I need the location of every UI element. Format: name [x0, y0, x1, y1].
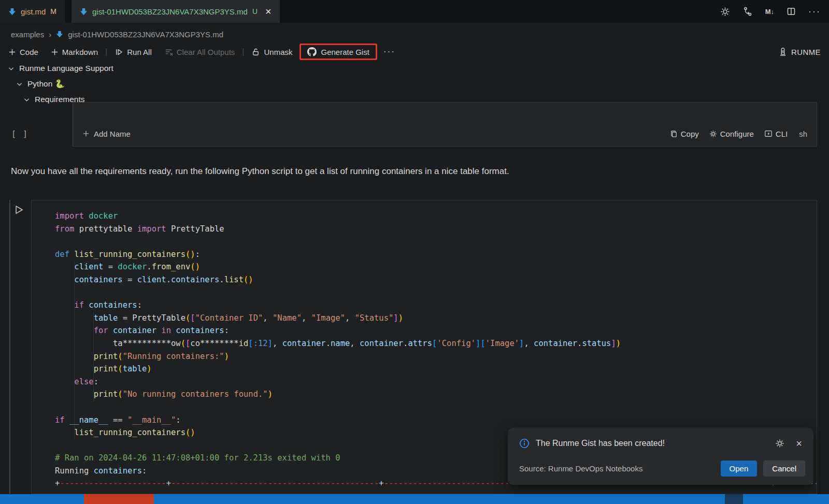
open-button[interactable]: Open: [721, 460, 757, 477]
run-all-label: Run All: [127, 48, 152, 56]
code-line: for container in containers:: [55, 324, 817, 337]
notebook-toolbar: Code Markdown | Run All Clear All Output…: [8, 42, 821, 61]
code-line: if containers:: [55, 299, 817, 312]
code-line: def list_running_containers():: [55, 248, 817, 261]
code-line: [55, 401, 817, 414]
configure-button[interactable]: Configure: [709, 129, 754, 138]
toolbar-more-icon[interactable]: ···: [383, 47, 395, 57]
status-strip-segment: [84, 494, 154, 504]
status-strip-segment: [154, 494, 725, 504]
breadcrumb-separator: ›: [49, 30, 51, 39]
run-all-icon: [115, 48, 123, 56]
tab-bar: gist.md M gist-01HWD053BZ23JN6VA7X3NGP3Y…: [0, 0, 829, 23]
unlock-icon: [251, 48, 260, 56]
chevron-down-icon[interactable]: [16, 80, 23, 88]
code-line: if __name__ == "__main__":: [55, 414, 817, 427]
notification-toast: The Runme Gist has been created! × Sourc…: [508, 428, 813, 485]
close-icon[interactable]: ×: [265, 6, 271, 17]
add-markdown-label: Markdown: [62, 48, 98, 56]
chevron-down-icon[interactable]: [7, 65, 15, 73]
copy-button[interactable]: Copy: [670, 129, 699, 138]
document-outline: Runme Language Support Python 🐍 Requirem…: [0, 61, 829, 107]
code-line: containers = client.containers.list(): [55, 273, 817, 286]
github-icon: [307, 47, 317, 56]
code-line: [55, 286, 817, 299]
split-editor-icon[interactable]: [787, 7, 796, 16]
chevron-down-icon[interactable]: [23, 96, 31, 104]
runme-file-icon: [56, 31, 63, 38]
unmask-label: Unmask: [264, 48, 292, 56]
breadcrumb-file[interactable]: gist-01HWD053BZ23JN6VA7X3NGP3YS.md: [68, 30, 223, 39]
requirements-cell-panel: Add Name Copy Configure CLI sh: [73, 102, 817, 147]
generate-gist-button[interactable]: Generate Gist: [299, 44, 377, 60]
modified-badge: M: [50, 7, 56, 16]
markdown-paragraph: Now you have all the requirements ready,…: [11, 166, 509, 177]
git-graph-icon[interactable]: [742, 6, 753, 17]
markdown-preview-icon[interactable]: M↓: [765, 8, 774, 16]
status-strip: [0, 494, 829, 504]
cell-focus-indicator: [9, 200, 10, 494]
toolbar-divider: |: [105, 47, 107, 56]
outline-item-runme-language-support[interactable]: Runme Language Support: [0, 61, 829, 76]
outline-label: Python 🐍: [27, 79, 65, 89]
cell-actions: Copy Configure CLI sh: [670, 129, 807, 138]
plus-icon: [82, 130, 90, 137]
tab-label: gist.md: [21, 7, 46, 16]
toast-message: The Runme Gist has been created!: [536, 439, 665, 448]
cell-footer: Add Name Copy Configure CLI sh: [73, 124, 817, 143]
gear-icon[interactable]: [775, 439, 784, 448]
editor-actions: M↓ ···: [720, 0, 821, 23]
tab-label: gist-01HWD053BZ23JN6VA7X3NGP3YS.md: [92, 7, 248, 16]
add-name-button[interactable]: Add Name: [82, 129, 131, 138]
code-line: print("No running containers found."): [55, 388, 817, 401]
plus-icon: [51, 48, 59, 56]
status-strip-segment: [743, 494, 829, 504]
configure-label: Configure: [720, 129, 754, 138]
toast-body: Source: Runme DevOps Notebooks Open Canc…: [519, 460, 805, 477]
code-line: from prettytable import PrettyTable: [55, 223, 817, 236]
status-strip-segment: [0, 494, 84, 504]
gear-icon[interactable]: [720, 7, 730, 17]
code-line: [55, 235, 817, 248]
run-cell-button[interactable]: [13, 204, 24, 215]
cli-button[interactable]: CLI: [764, 129, 788, 138]
copy-label: Copy: [681, 129, 699, 138]
cell-language-picker[interactable]: sh: [799, 129, 807, 138]
add-code-button[interactable]: Code: [8, 48, 38, 56]
toolbar-divider: |: [242, 47, 244, 56]
toast-header: The Runme Gist has been created! ×: [519, 438, 802, 449]
clear-all-outputs-button[interactable]: Clear All Outputs: [164, 48, 235, 56]
toast-source: Source: Runme DevOps Notebooks: [519, 464, 642, 473]
tab-gist-generated-md[interactable]: gist-01HWD053BZ23JN6VA7X3NGP3YS.md U ×: [72, 0, 280, 23]
cancel-button[interactable]: Cancel: [763, 460, 805, 477]
status-strip-segment: [725, 494, 743, 504]
tab-gist-md[interactable]: gist.md M: [0, 0, 65, 23]
untracked-badge: U: [252, 7, 258, 16]
unmask-button[interactable]: Unmask: [251, 48, 292, 56]
code-line: print(table): [55, 363, 817, 376]
runme-deploy-button[interactable]: RUNME: [778, 47, 821, 56]
gear-icon: [709, 130, 717, 138]
add-name-label: Add Name: [94, 129, 131, 138]
runme-file-icon: [80, 8, 88, 16]
info-icon: [519, 438, 530, 449]
more-actions-icon[interactable]: ···: [808, 6, 821, 17]
add-markdown-button[interactable]: Markdown: [51, 48, 98, 56]
terminal-cli-icon: [764, 129, 773, 138]
runme-label: RUNME: [791, 48, 821, 56]
runme-monument-icon: [778, 47, 788, 56]
outline-item-python[interactable]: Python 🐍: [0, 76, 829, 92]
code-line: print("Running containers:"): [55, 350, 817, 363]
copy-icon: [670, 130, 678, 138]
code-line: import docker: [55, 210, 817, 223]
add-code-label: Code: [20, 48, 38, 56]
breadcrumb: examples › gist-01HWD053BZ23JN6VA7X3NGP3…: [11, 27, 223, 41]
run-all-button[interactable]: Run All: [115, 48, 152, 56]
generate-gist-label: Generate Gist: [321, 48, 369, 56]
clear-outputs-icon: [164, 48, 173, 56]
code-line: ta**********ow([co********id[:12], conta…: [55, 337, 817, 350]
execution-order-indicator: [ ]: [11, 129, 28, 139]
close-icon[interactable]: ×: [796, 438, 802, 449]
breadcrumb-folder[interactable]: examples: [11, 30, 44, 39]
plus-icon: [8, 48, 16, 56]
